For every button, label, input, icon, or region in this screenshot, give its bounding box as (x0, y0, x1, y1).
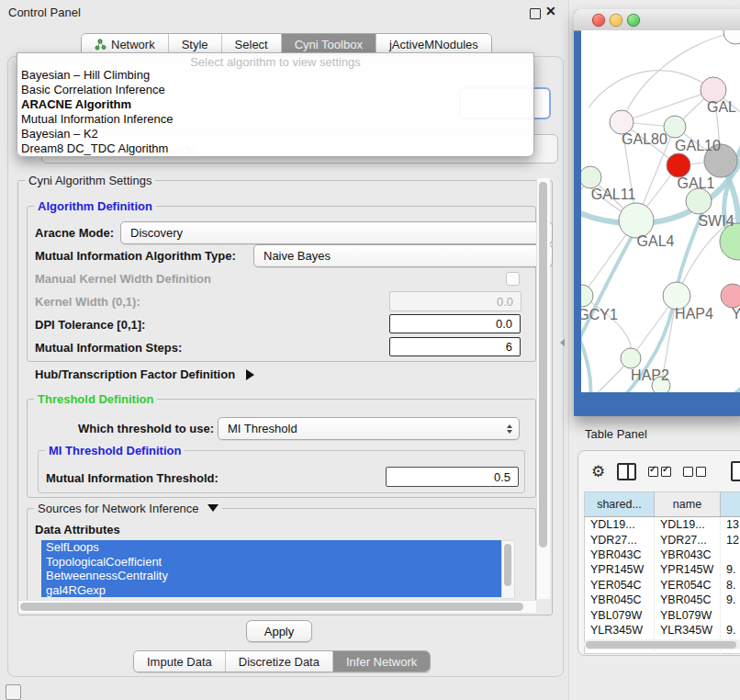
node-label: GAL80 (622, 131, 667, 147)
column-header[interactable] (721, 492, 740, 517)
dpi-tolerance-field[interactable]: 0.0 (389, 314, 521, 333)
hub-definition-expander[interactable]: Hub/Transcription Factor Definition (35, 367, 254, 381)
table-row[interactable]: YLR345WYLR345W9. (585, 623, 740, 638)
network-node-swi4[interactable] (686, 188, 712, 214)
settings-vertical-scrollbar[interactable] (536, 178, 550, 599)
manual-kernel-width-checkbox[interactable] (506, 272, 520, 286)
table-row[interactable]: YDR27...YDR27...12 (585, 532, 740, 547)
column-header[interactable]: name (655, 492, 721, 517)
mi-steps-label: Mutual Information Steps: (35, 341, 182, 355)
network-node-hap2[interactable] (621, 348, 641, 368)
network-node[interactable] (723, 30, 740, 44)
apply-button[interactable]: Apply (246, 620, 312, 642)
columns-icon[interactable] (617, 463, 636, 480)
dropdown-item[interactable]: Mutual Information Inference (21, 112, 173, 126)
tab-infer-network[interactable]: Infer Network (333, 651, 430, 672)
table-row[interactable]: YER054CYER054C8. (585, 578, 740, 593)
scrollbar-thumb[interactable] (20, 603, 523, 611)
dropdown-item[interactable]: Basic Correlation Inference (21, 83, 165, 96)
network-node-gcy1[interactable] (581, 285, 593, 307)
dropdown-item-highlighted[interactable]: ARACNE Algorithm (21, 97, 131, 111)
tab-impute-data[interactable]: Impute Data (134, 651, 226, 672)
table-row[interactable]: YDL19...YDL19...13 (585, 517, 740, 533)
table-panel: ⚙ shared... name YDL19...YDL19...13 YDR2… (577, 450, 740, 656)
table-row[interactable]: YBR045CYBR045C9. (585, 593, 740, 607)
network-node-gal11[interactable] (581, 166, 601, 188)
close-traffic-light-icon[interactable] (592, 14, 605, 27)
network-window-titlebar[interactable] (574, 9, 740, 31)
attribute-item[interactable]: SelfLoops (41, 540, 501, 555)
minimize-traffic-light-icon[interactable] (610, 14, 622, 27)
table-row[interactable]: YBR043CYBR043C (585, 548, 740, 562)
network-graph: GAL GAL80 GAL10 GAL1 GAL11 SWI4 GAL4 GCY… (581, 30, 740, 392)
dropdown-item[interactable]: Bayesian – K2 (21, 127, 98, 141)
dropdown-item[interactable]: Dream8 DC_TDC Algorithm (21, 141, 168, 155)
algorithm-dropdown-list: Select algorithm to view settings Bayesi… (17, 52, 534, 157)
which-threshold-combobox[interactable]: MI Threshold (218, 417, 520, 440)
network-node-gal1[interactable] (667, 153, 690, 177)
mi-algorithm-type-combobox[interactable]: Naive Bayes (253, 244, 553, 267)
mi-threshold-label: Mutual Information Threshold: (46, 471, 219, 485)
table-horizontal-scrollbar[interactable] (584, 639, 740, 649)
deselect-all-checks-icon[interactable] (683, 467, 706, 477)
dropdown-item[interactable]: Bayesian – Hill Climbing (21, 68, 150, 82)
new-table-icon[interactable] (731, 461, 740, 481)
tab-network-label: Network (111, 38, 155, 51)
dock-panel-icon[interactable] (6, 684, 21, 700)
dropdown-prompt: Select algorithm to view settings (17, 55, 533, 69)
kernel-width-field[interactable]: 0.0 (389, 291, 521, 311)
node-label: GAL (707, 99, 736, 115)
close-icon[interactable]: ✕ (545, 4, 556, 18)
collapse-down-icon (207, 504, 219, 512)
manual-kernel-width-label: Manual Kernel Width Definition (35, 272, 211, 286)
threshold-definition-title: Threshold Definition (34, 392, 157, 406)
sources-title[interactable]: Sources for Network Inference (34, 502, 222, 515)
control-panel-window: Control Panel ✕ Network Style Select Cyn… (0, 0, 569, 700)
scrollbar-thumb[interactable] (539, 182, 547, 548)
gear-icon[interactable]: ⚙ (591, 464, 605, 480)
screen: Control Panel ✕ Network Style Select Cyn… (0, 0, 740, 700)
node-label: Y (732, 306, 740, 322)
algorithm-definition-title: Algorithm Definition (34, 199, 156, 213)
network-node[interactable] (721, 284, 740, 308)
network-node[interactable] (720, 223, 740, 260)
float-window-icon[interactable] (530, 8, 541, 19)
mi-threshold-field[interactable]: 0.5 (386, 467, 519, 487)
mi-steps-field[interactable]: 6 (389, 337, 521, 356)
node-label: GAL11 (591, 186, 636, 202)
mi-threshold-definition-title: MI Threshold Definition (45, 444, 185, 457)
attribute-item[interactable]: BetweennessCentrality (41, 569, 501, 583)
table-row[interactable]: YPR145WYPR145W9. (585, 562, 740, 577)
tab-discretize-data[interactable]: Discretize Data (226, 651, 333, 672)
splitpane-collapse-icon[interactable] (560, 339, 565, 346)
aracne-mode-label: Aracne Mode: (35, 226, 114, 240)
which-threshold-label: Which threshold to use: (78, 422, 214, 435)
table-row[interactable]: YBL079WYBL079W (585, 607, 740, 622)
table-panel-title: Table Panel (585, 427, 647, 441)
node-label: GCY1 (581, 307, 618, 322)
data-attributes-list: SelfLoops TopologicalCoefficient Between… (41, 540, 501, 597)
attribute-item[interactable]: gal4RGexp (41, 583, 501, 598)
settings-horizontal-scrollbar[interactable] (18, 600, 536, 613)
aracne-mode-combobox[interactable]: Discovery (120, 221, 553, 244)
combo-arrows-icon (507, 424, 512, 434)
network-canvas[interactable]: GAL GAL80 GAL10 GAL1 GAL11 SWI4 GAL4 GCY… (581, 30, 740, 392)
column-header[interactable]: shared... (585, 492, 655, 517)
attribute-item[interactable]: TopologicalCoefficient (41, 555, 501, 570)
bottom-tabbar: Impute Data Discretize Data Infer Networ… (133, 650, 431, 672)
node-label: HAP4 (675, 306, 713, 322)
attributes-scrollbar[interactable] (501, 540, 515, 599)
control-panel-title: Control Panel (8, 6, 81, 19)
zoom-traffic-light-icon[interactable] (627, 14, 640, 27)
node-label: GAL10 (675, 138, 721, 153)
kernel-width-label: Kernel Width (0,1): (35, 295, 140, 309)
network-view-window: GAL GAL80 GAL10 GAL1 GAL11 SWI4 GAL4 GCY… (574, 9, 740, 416)
select-all-checks-icon[interactable] (648, 467, 671, 477)
node-label: GAL4 (637, 233, 675, 249)
expand-right-icon (246, 369, 254, 380)
table-toolbar: ⚙ (578, 451, 740, 491)
node-label: HAP2 (631, 367, 669, 383)
scrollbar-thumb[interactable] (586, 641, 736, 649)
node-label: GAL1 (678, 175, 715, 191)
network-icon (95, 39, 107, 51)
